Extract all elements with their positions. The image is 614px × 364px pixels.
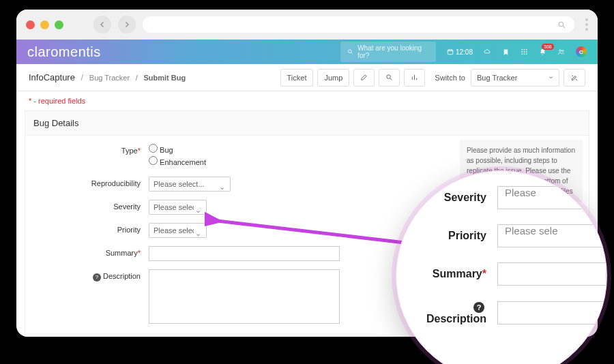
svg-point-3 [521,49,523,50]
back-button[interactable] [93,16,111,33]
tools-button[interactable] [564,69,585,87]
bell-icon[interactable]: 368 [539,48,546,56]
svg-point-11 [526,53,527,55]
users-icon[interactable] [557,48,565,56]
svg-rect-2 [448,50,453,55]
severity-label: Severity [36,200,149,211]
switch-label: Switch to [435,74,465,82]
browser-menu-icon[interactable] [585,18,588,31]
svg-point-5 [526,49,527,50]
bookmark-icon[interactable] [502,48,510,56]
search-icon [347,48,353,55]
zoom-summary-label: Summary* [415,268,497,280]
panel-title: Bug Details [25,111,589,136]
zoom-summary-input [497,262,606,286]
breadcrumb-leaf: Submit Bug [143,74,186,82]
svg-point-14 [387,75,391,79]
svg-point-13 [562,50,564,51]
address-bar[interactable] [143,16,574,33]
search-button[interactable] [379,69,400,87]
jump-button[interactable]: Jump [317,69,349,87]
summary-input[interactable] [149,246,340,261]
edit-button[interactable] [353,69,375,87]
zoom-description-label: ? Description [415,301,497,325]
chart-icon [411,74,418,81]
help-icon[interactable]: ? [93,273,101,282]
search-placeholder: What are you looking for? [357,44,429,59]
repro-select[interactable]: Please select... [149,177,231,192]
svg-point-12 [559,50,561,52]
app-header: claromentis What are you looking for? 12… [16,40,598,64]
ticket-button[interactable]: Ticket [280,69,314,87]
repro-label: Reproducibility [36,177,149,187]
svg-point-1 [349,50,352,53]
zoom-priority-select: Please sele [497,224,606,247]
description-label: ?Description [36,269,149,282]
traffic-lights [26,20,63,29]
breadcrumb-root[interactable]: InfoCapture [29,72,75,82]
type-bug-radio[interactable]: Bug [149,144,206,154]
svg-point-8 [526,51,527,52]
chart-button[interactable] [404,69,425,87]
svg-point-0 [559,22,564,27]
type-enh-radio[interactable]: Enhancement [149,156,206,166]
description-textarea[interactable] [149,269,340,324]
tools-icon [570,74,579,82]
notification-badge: 368 [542,44,554,50]
priority-select[interactable]: Please select... [149,223,207,238]
calendar-icon [447,48,454,55]
breadcrumb-bar: InfoCapture / Bug Tracker / Submit Bug T… [16,64,598,91]
toolbar: Ticket Jump Switch to Bug Tracker [280,69,585,87]
edit-icon [360,74,368,81]
search-icon [557,20,566,29]
avatar[interactable]: C [576,46,587,57]
maximize-dot[interactable] [55,20,63,29]
clock[interactable]: 12:08 [447,48,473,56]
zoom-priority-label: Priority [415,230,497,242]
brand-logo[interactable]: claromentis [27,44,101,60]
close-dot[interactable] [26,20,35,29]
svg-point-7 [524,51,525,52]
apps-icon[interactable] [521,48,528,56]
svg-point-9 [521,53,523,55]
severity-select[interactable]: Please select... [149,200,207,215]
type-label: Type* [36,144,149,155]
switch-select[interactable]: Bug Tracker [471,69,559,87]
priority-label: Priority [36,223,149,234]
svg-point-4 [524,49,525,50]
zoom-description-input [497,301,606,324]
svg-point-6 [521,51,523,52]
window-chrome [16,10,598,40]
search-icon [385,74,393,81]
cloud-icon[interactable] [484,48,491,56]
breadcrumb: InfoCapture / Bug Tracker / Submit Bug [29,72,186,82]
help-icon: ? [473,302,484,313]
breadcrumb-mid[interactable]: Bug Tracker [89,74,130,82]
global-search[interactable]: What are you looking for? [340,42,436,62]
required-note: * - required fields [16,91,598,110]
summary-label: Summary* [36,246,149,257]
svg-point-10 [524,53,525,55]
forward-button[interactable] [118,16,136,33]
minimize-dot[interactable] [40,20,49,29]
